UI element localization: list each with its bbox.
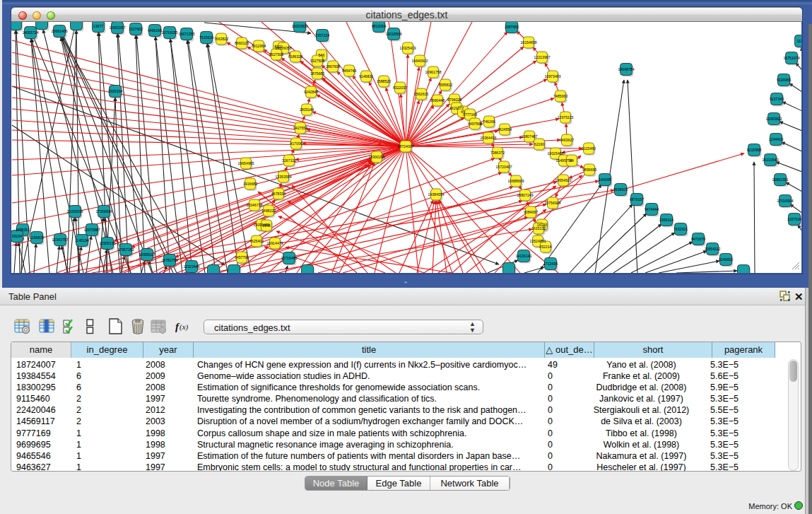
svg-text:9084067: 9084067 — [524, 210, 538, 214]
svg-text:8454749: 8454749 — [342, 69, 356, 73]
svg-text:417006: 417006 — [290, 141, 302, 146]
svg-text:252214: 252214 — [539, 245, 551, 249]
svg-text:9948: 9948 — [262, 223, 271, 228]
svg-text:17957253: 17957253 — [117, 247, 134, 252]
svg-text:8938923: 8938923 — [613, 187, 628, 192]
svg-text:1916682: 1916682 — [243, 182, 257, 186]
svg-text:10961758: 10961758 — [425, 70, 441, 74]
svg-text:18300295: 18300295 — [368, 155, 384, 159]
svg-text:18807249: 18807249 — [517, 193, 533, 197]
svg-text:9427552: 9427552 — [293, 126, 307, 130]
svg-text:8990448: 8990448 — [430, 98, 445, 103]
svg-text:13353594: 13353594 — [275, 175, 291, 179]
svg-text:23226058: 23226058 — [275, 46, 291, 50]
svg-text:7357224: 7357224 — [315, 33, 329, 37]
svg-text:7955812: 7955812 — [438, 83, 452, 87]
svg-text:15720407: 15720407 — [495, 165, 512, 169]
svg-text:10958117: 10958117 — [139, 252, 155, 257]
svg-text:10654112: 10654112 — [705, 247, 721, 251]
svg-text:16033809: 16033809 — [291, 24, 307, 28]
svg-text:12342757: 12342757 — [52, 238, 68, 242]
svg-text:17016504: 17016504 — [777, 199, 793, 203]
svg-text:9227343: 9227343 — [770, 97, 784, 101]
svg-text:8912954: 8912954 — [252, 44, 266, 48]
svg-text:39154: 39154 — [12, 234, 23, 238]
svg-text:9327508: 9327508 — [310, 59, 324, 63]
svg-text:1615132: 1615132 — [531, 226, 546, 230]
svg-text:19384554: 19384554 — [428, 192, 444, 197]
svg-text:9457791: 9457791 — [235, 255, 249, 259]
svg-text:14136141: 14136141 — [515, 254, 531, 258]
svg-text:9527508: 9527508 — [269, 52, 283, 57]
svg-text:7386372: 7386372 — [490, 151, 505, 155]
svg-text:2905334: 2905334 — [108, 89, 122, 93]
svg-text:1112: 1112 — [797, 39, 801, 43]
svg-text:8678334: 8678334 — [271, 192, 286, 196]
svg-text:19654923: 19654923 — [555, 178, 571, 182]
svg-text:9146821: 9146821 — [359, 74, 373, 78]
svg-text:9463627: 9463627 — [560, 138, 574, 142]
svg-text:1156829: 1156829 — [30, 235, 44, 240]
svg-text:8471676: 8471676 — [691, 237, 705, 241]
svg-text:1527602: 1527602 — [129, 27, 143, 31]
svg-text:16648784: 16648784 — [618, 67, 634, 71]
svg-text:1498222: 1498222 — [261, 209, 276, 213]
svg-text:7663822: 7663822 — [214, 37, 228, 41]
svg-text:2867608: 2867608 — [326, 64, 340, 69]
svg-text:16210643: 16210643 — [762, 158, 778, 162]
svg-text:10973493: 10973493 — [544, 74, 560, 78]
svg-text:746266: 746266 — [483, 119, 495, 124]
svg-text:16640910: 16640910 — [411, 59, 428, 63]
svg-text:1244419: 1244419 — [769, 137, 783, 141]
svg-text:16782759: 16782759 — [161, 258, 177, 262]
svg-text:17359934: 17359934 — [95, 209, 112, 214]
svg-text:62160: 62160 — [534, 142, 545, 146]
svg-text:6794028: 6794028 — [447, 98, 461, 102]
svg-text:3624554: 3624554 — [498, 127, 512, 132]
svg-text:9245652: 9245652 — [719, 257, 733, 262]
svg-text:3875685: 3875685 — [310, 71, 324, 76]
svg-text:13325419: 13325419 — [399, 46, 416, 50]
svg-text:8215958: 8215958 — [747, 148, 761, 152]
svg-text:19218506: 19218506 — [385, 32, 401, 36]
svg-text:1588520: 1588520 — [377, 79, 391, 83]
svg-text:13524851: 13524851 — [529, 239, 546, 243]
svg-text:8186328: 8186328 — [288, 54, 302, 59]
svg-text:8322037: 8322037 — [393, 86, 407, 90]
svg-text:9777169: 9777169 — [463, 112, 477, 117]
svg-text:12093822: 12093822 — [765, 117, 782, 121]
svg-text:64: 64 — [570, 158, 574, 163]
svg-text:15716485: 15716485 — [281, 256, 297, 260]
svg-text:9329965: 9329965 — [777, 78, 791, 82]
svg-text:9115460: 9115460 — [582, 146, 596, 151]
svg-text:12323446: 12323446 — [183, 264, 199, 269]
svg-text:20691406: 20691406 — [51, 29, 67, 33]
svg-text:7632621: 7632621 — [673, 227, 688, 231]
svg-text:10046738: 10046738 — [246, 203, 262, 207]
svg-text:1167534: 1167534 — [787, 217, 801, 221]
svg-text:10719155: 10719155 — [161, 30, 177, 35]
svg-text:10653267: 10653267 — [109, 25, 125, 30]
svg-text:20364436: 20364436 — [480, 136, 496, 140]
svg-text:19654985: 19654985 — [237, 161, 254, 165]
svg-text:2935114: 2935114 — [659, 218, 673, 222]
svg-text:8813054: 8813054 — [372, 24, 386, 28]
svg-text:12975115: 12975115 — [558, 115, 574, 119]
svg-text:16154838: 16154838 — [520, 40, 536, 45]
svg-text:16914479: 16914479 — [266, 241, 283, 245]
svg-text:20206536: 20206536 — [66, 209, 83, 214]
svg-text:(x): (x) — [180, 322, 189, 332]
svg-text:3267110: 3267110 — [282, 158, 296, 163]
svg-text:9242848: 9242848 — [304, 90, 318, 94]
svg-text:1935061: 1935061 — [16, 228, 30, 232]
svg-text:8660125: 8660125 — [235, 41, 249, 45]
svg-text:16671355: 16671355 — [178, 32, 194, 36]
svg-text:10975887: 10975887 — [83, 228, 100, 232]
svg-text:6497568: 6497568 — [468, 122, 482, 126]
svg-text:1562615: 1562615 — [414, 92, 428, 96]
svg-text:15751074: 15751074 — [783, 56, 799, 60]
svg-text:14055724: 14055724 — [22, 30, 38, 35]
svg-text:7515526: 7515526 — [199, 35, 213, 40]
svg-text:7625402: 7625402 — [249, 239, 264, 243]
svg-text:10688609: 10688609 — [507, 179, 524, 183]
